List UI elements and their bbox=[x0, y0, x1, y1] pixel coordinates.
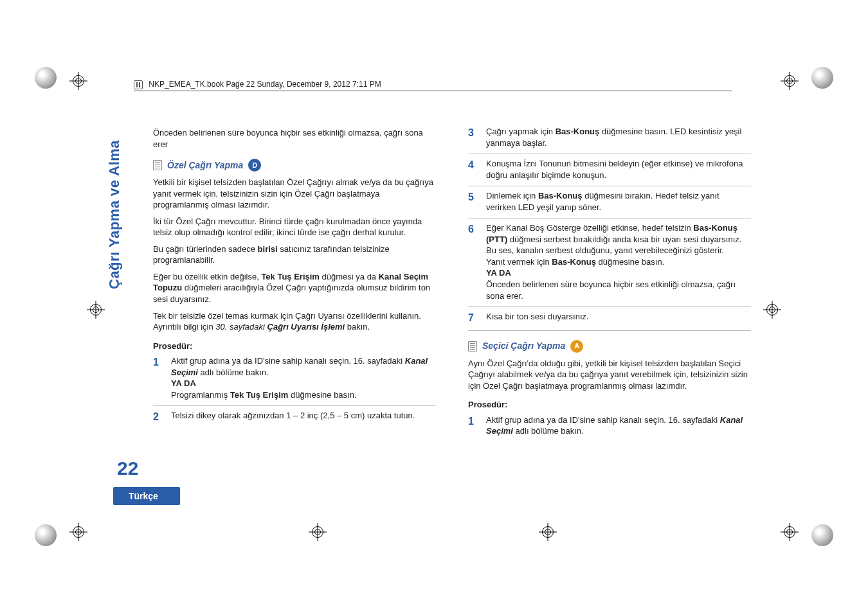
left-column: Önceden belirlenen süre boyunca hiçbir s… bbox=[153, 122, 436, 446]
registration-mark-icon bbox=[69, 523, 87, 541]
print-corner-globe bbox=[35, 67, 57, 89]
registration-mark-icon bbox=[763, 301, 781, 319]
step-number: 4 bbox=[468, 158, 478, 181]
page-content: Önceden belirlenen süre boyunca hiçbir s… bbox=[153, 122, 751, 446]
intro-continuation: Önceden belirlenen süre boyunca hiçbir s… bbox=[153, 127, 436, 150]
procedure-step: 6 Eğer Kanal Boş Gösterge özelliği etkin… bbox=[468, 222, 751, 307]
procedure-step: 7 Kısa bir ton sesi duyarsınız. bbox=[468, 311, 751, 331]
step-number: 6 bbox=[468, 222, 478, 301]
right-column: 3 Çağrı yapmak için Bas-Konuş düğmesine … bbox=[468, 122, 751, 446]
step-body: Çağrı yapmak için Bas-Konuş düğmesine ba… bbox=[486, 126, 751, 148]
section-heading-private-call: Özel Çağrı Yapma D bbox=[153, 159, 436, 172]
step-body: Eğer Kanal Boş Gösterge özelliği etkinse… bbox=[486, 222, 751, 301]
page-header: NKP_EMEA_TK.book Page 22 Sunday, Decembe… bbox=[134, 80, 732, 91]
paragraph: Eğer bu özellik etkin değilse, Tek Tuş E… bbox=[153, 271, 436, 305]
header-text: NKP_EMEA_TK.book Page 22 Sunday, Decembe… bbox=[149, 80, 381, 89]
page-number: 22 bbox=[117, 458, 138, 479]
print-corner-globe bbox=[35, 524, 57, 546]
procedure-step: 2 Telsizi dikey olarak ağzınızdan 1 – 2 … bbox=[153, 410, 436, 429]
print-corner-globe bbox=[811, 524, 833, 546]
paragraph: Bu çağrı türlerinden sadece birisi satıc… bbox=[153, 244, 436, 266]
note-icon bbox=[468, 341, 477, 351]
step-body: Konuşma İzni Tonunun bitmesini bekleyin … bbox=[486, 158, 751, 181]
mode-badge-icon: A bbox=[570, 340, 583, 353]
heading-label: Özel Çağrı Yapma bbox=[167, 159, 243, 172]
step-body: Aktif grup adına ya da ID'sine sahip kan… bbox=[171, 355, 436, 400]
paragraph: Aynı Özel Çağrı'da olduğu gibi, yetkili … bbox=[468, 358, 751, 392]
section-side-label: Çağrı Yapma ve Alma bbox=[106, 140, 123, 289]
procedure-step: 5 Dinlemek için Bas-Konuş düğmesini bıra… bbox=[468, 190, 751, 218]
step-body: Telsizi dikey olarak ağzınızdan 1 – 2 in… bbox=[171, 410, 436, 424]
step-body: Aktif grup adına ya da ID'sine sahip kan… bbox=[486, 414, 751, 437]
procedure-label: Prosedür: bbox=[468, 399, 751, 411]
mode-badge-icon: D bbox=[248, 159, 261, 172]
language-tab: Türkçe bbox=[113, 487, 180, 505]
section-heading-selective-call: Seçici Çağrı Yapma A bbox=[468, 340, 751, 353]
procedure-step: 4 Konuşma İzni Tonunun bitmesini bekleyi… bbox=[468, 158, 751, 186]
procedure-label: Prosedür: bbox=[153, 341, 436, 352]
step-number: 3 bbox=[468, 126, 478, 148]
book-icon bbox=[134, 80, 143, 89]
heading-label: Seçici Çağrı Yapma bbox=[482, 340, 565, 352]
procedure-step: 1 Aktif grup adına ya da ID'sine sahip k… bbox=[468, 414, 751, 442]
registration-mark-icon bbox=[69, 72, 87, 90]
step-number: 2 bbox=[153, 410, 163, 424]
step-number: 1 bbox=[153, 355, 163, 400]
note-icon bbox=[153, 160, 162, 170]
procedure-step: 1 Aktif grup adına ya da ID'sine sahip k… bbox=[153, 355, 436, 406]
step-body: Dinlemek için Bas-Konuş düğmesini bırakı… bbox=[486, 190, 751, 213]
paragraph: Tek bir telsizle özel temas kurmak için … bbox=[153, 310, 436, 333]
paragraph: Yetkili bir kişisel telsizden başlatılan… bbox=[153, 177, 436, 211]
step-number: 7 bbox=[468, 311, 478, 325]
step-number: 5 bbox=[468, 190, 478, 213]
registration-mark-icon bbox=[539, 523, 557, 541]
registration-mark-icon bbox=[781, 72, 799, 90]
procedure-step: 3 Çağrı yapmak için Bas-Konuş düğmesine … bbox=[468, 126, 751, 154]
registration-mark-icon bbox=[781, 523, 799, 541]
print-corner-globe bbox=[811, 67, 833, 89]
step-body: Kısa bir ton sesi duyarsınız. bbox=[486, 311, 751, 325]
registration-mark-icon bbox=[309, 523, 327, 541]
step-number: 1 bbox=[468, 414, 478, 437]
registration-mark-icon bbox=[87, 301, 105, 319]
paragraph: İki tür Özel Çağrı mevcuttur. Birinci tü… bbox=[153, 216, 436, 238]
